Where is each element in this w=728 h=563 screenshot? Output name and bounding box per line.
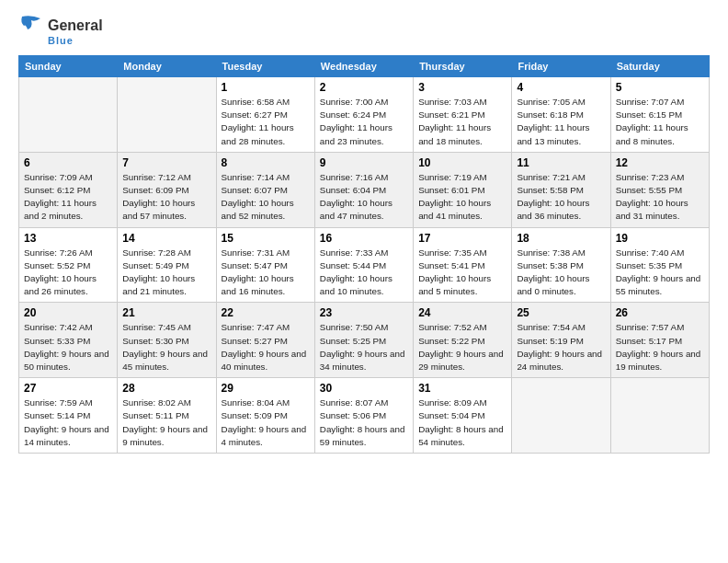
- calendar-cell-5-4: 30Sunrise: 8:07 AMSunset: 5:06 PMDayligh…: [314, 378, 413, 454]
- day-info: Sunrise: 8:07 AMSunset: 5:06 PMDaylight:…: [320, 396, 408, 449]
- calendar-table: SundayMondayTuesdayWednesdayThursdayFrid…: [18, 55, 710, 454]
- day-number: 4: [517, 81, 605, 94]
- day-number: 6: [24, 156, 112, 169]
- day-number: 2: [320, 81, 408, 94]
- calendar-cell-5-3: 29Sunrise: 8:04 AMSunset: 5:09 PMDayligh…: [216, 378, 314, 454]
- day-number: 20: [24, 306, 112, 319]
- calendar-cell-1-6: 4Sunrise: 7:05 AMSunset: 6:18 PMDaylight…: [512, 77, 610, 153]
- calendar-cell-4-2: 21Sunrise: 7:45 AMSunset: 5:30 PMDayligh…: [118, 303, 216, 378]
- calendar-cell-2-1: 6Sunrise: 7:09 AMSunset: 6:12 PMDaylight…: [19, 152, 118, 227]
- day-number: 5: [616, 81, 704, 94]
- day-info: Sunrise: 7:57 AMSunset: 5:17 PMDaylight:…: [616, 321, 704, 373]
- calendar-cell-4-6: 25Sunrise: 7:54 AMSunset: 5:19 PMDayligh…: [512, 303, 610, 378]
- calendar-cell-3-4: 16Sunrise: 7:33 AMSunset: 5:44 PMDayligh…: [314, 227, 413, 303]
- day-info: Sunrise: 7:33 AMSunset: 5:44 PMDaylight:…: [320, 247, 408, 299]
- calendar-cell-2-6: 11Sunrise: 7:21 AMSunset: 5:58 PMDayligh…: [512, 152, 610, 227]
- day-number: 11: [517, 156, 605, 169]
- header-row: SundayMondayTuesdayWednesdayThursdayFrid…: [19, 56, 710, 77]
- day-number: 22: [222, 306, 310, 319]
- col-header-saturday: Saturday: [610, 56, 709, 77]
- header: General Blue: [18, 15, 710, 46]
- day-info: Sunrise: 7:19 AMSunset: 6:01 PMDaylight:…: [418, 171, 506, 224]
- day-info: Sunrise: 7:16 AMSunset: 6:04 PMDaylight:…: [320, 171, 408, 224]
- day-number: 15: [222, 232, 310, 245]
- week-row-3: 13Sunrise: 7:26 AMSunset: 5:52 PMDayligh…: [19, 227, 710, 303]
- day-info: Sunrise: 7:14 AMSunset: 6:07 PMDaylight:…: [222, 171, 310, 224]
- day-info: Sunrise: 7:35 AMSunset: 5:41 PMDaylight:…: [418, 247, 506, 299]
- day-info: Sunrise: 8:02 AMSunset: 5:11 PMDaylight:…: [122, 396, 210, 449]
- day-info: Sunrise: 7:23 AMSunset: 5:55 PMDaylight:…: [616, 171, 704, 224]
- week-row-4: 20Sunrise: 7:42 AMSunset: 5:33 PMDayligh…: [19, 303, 710, 378]
- day-number: 31: [418, 382, 506, 395]
- day-number: 28: [122, 382, 210, 395]
- day-number: 9: [320, 156, 408, 169]
- day-number: 3: [418, 81, 506, 94]
- day-info: Sunrise: 7:03 AMSunset: 6:21 PMDaylight:…: [418, 96, 506, 148]
- calendar-cell-3-5: 17Sunrise: 7:35 AMSunset: 5:41 PMDayligh…: [414, 227, 512, 303]
- day-info: Sunrise: 7:38 AMSunset: 5:38 PMDaylight:…: [517, 247, 605, 299]
- day-info: Sunrise: 7:07 AMSunset: 6:15 PMDaylight:…: [616, 96, 704, 148]
- calendar-page: General Blue SundayMondayTuesdayWednesda…: [0, 0, 728, 563]
- calendar-cell-5-6: [512, 378, 610, 454]
- calendar-cell-2-4: 9Sunrise: 7:16 AMSunset: 6:04 PMDaylight…: [314, 152, 413, 227]
- day-number: 26: [616, 306, 704, 319]
- day-number: 7: [122, 156, 210, 169]
- week-row-2: 6Sunrise: 7:09 AMSunset: 6:12 PMDaylight…: [19, 152, 710, 227]
- day-info: Sunrise: 7:21 AMSunset: 5:58 PMDaylight:…: [517, 171, 605, 224]
- week-row-5: 27Sunrise: 7:59 AMSunset: 5:14 PMDayligh…: [19, 378, 710, 454]
- day-info: Sunrise: 7:54 AMSunset: 5:19 PMDaylight:…: [517, 321, 605, 373]
- day-info: Sunrise: 7:28 AMSunset: 5:49 PMDaylight:…: [122, 247, 210, 299]
- week-row-1: 1Sunrise: 6:58 AMSunset: 6:27 PMDaylight…: [19, 77, 710, 153]
- day-number: 23: [320, 306, 408, 319]
- day-number: 24: [418, 306, 506, 319]
- day-number: 10: [418, 156, 506, 169]
- calendar-cell-4-4: 23Sunrise: 7:50 AMSunset: 5:25 PMDayligh…: [314, 303, 413, 378]
- day-number: 27: [24, 382, 112, 395]
- calendar-cell-2-5: 10Sunrise: 7:19 AMSunset: 6:01 PMDayligh…: [414, 152, 512, 227]
- calendar-cell-5-7: [610, 378, 709, 454]
- calendar-cell-2-7: 12Sunrise: 7:23 AMSunset: 5:55 PMDayligh…: [610, 152, 709, 227]
- calendar-cell-1-5: 3Sunrise: 7:03 AMSunset: 6:21 PMDaylight…: [414, 77, 512, 153]
- calendar-cell-4-7: 26Sunrise: 7:57 AMSunset: 5:17 PMDayligh…: [610, 303, 709, 378]
- calendar-cell-5-1: 27Sunrise: 7:59 AMSunset: 5:14 PMDayligh…: [19, 378, 118, 454]
- day-number: 19: [616, 232, 704, 245]
- col-header-wednesday: Wednesday: [314, 56, 413, 77]
- day-number: 17: [418, 232, 506, 245]
- day-info: Sunrise: 7:59 AMSunset: 5:14 PMDaylight:…: [24, 396, 112, 449]
- day-info: Sunrise: 6:58 AMSunset: 6:27 PMDaylight:…: [222, 96, 310, 148]
- day-number: 21: [122, 306, 210, 319]
- day-number: 8: [222, 156, 310, 169]
- calendar-cell-5-5: 31Sunrise: 8:09 AMSunset: 5:04 PMDayligh…: [414, 378, 512, 454]
- day-number: 30: [320, 382, 408, 395]
- day-info: Sunrise: 7:45 AMSunset: 5:30 PMDaylight:…: [122, 321, 210, 373]
- col-header-sunday: Sunday: [19, 56, 118, 77]
- calendar-cell-4-3: 22Sunrise: 7:47 AMSunset: 5:27 PMDayligh…: [216, 303, 314, 378]
- day-info: Sunrise: 7:00 AMSunset: 6:24 PMDaylight:…: [320, 96, 408, 148]
- calendar-cell-5-2: 28Sunrise: 8:02 AMSunset: 5:11 PMDayligh…: [118, 378, 216, 454]
- calendar-cell-1-3: 1Sunrise: 6:58 AMSunset: 6:27 PMDaylight…: [216, 77, 314, 153]
- calendar-cell-4-5: 24Sunrise: 7:52 AMSunset: 5:22 PMDayligh…: [414, 303, 512, 378]
- day-info: Sunrise: 7:47 AMSunset: 5:27 PMDaylight:…: [222, 321, 310, 373]
- calendar-cell-2-3: 8Sunrise: 7:14 AMSunset: 6:07 PMDaylight…: [216, 152, 314, 227]
- calendar-cell-3-6: 18Sunrise: 7:38 AMSunset: 5:38 PMDayligh…: [512, 227, 610, 303]
- calendar-cell-2-2: 7Sunrise: 7:12 AMSunset: 6:09 PMDaylight…: [118, 152, 216, 227]
- day-info: Sunrise: 7:31 AMSunset: 5:47 PMDaylight:…: [222, 247, 310, 299]
- day-info: Sunrise: 8:04 AMSunset: 5:09 PMDaylight:…: [222, 396, 310, 449]
- logo-text: General: [48, 16, 103, 35]
- calendar-cell-1-1: [19, 77, 118, 153]
- day-number: 16: [320, 232, 408, 245]
- calendar-cell-1-4: 2Sunrise: 7:00 AMSunset: 6:24 PMDaylight…: [314, 77, 413, 153]
- calendar-cell-3-2: 14Sunrise: 7:28 AMSunset: 5:49 PMDayligh…: [118, 227, 216, 303]
- calendar-cell-3-7: 19Sunrise: 7:40 AMSunset: 5:35 PMDayligh…: [610, 227, 709, 303]
- day-number: 29: [222, 382, 310, 395]
- day-info: Sunrise: 7:40 AMSunset: 5:35 PMDaylight:…: [616, 247, 704, 299]
- day-number: 18: [517, 232, 605, 245]
- day-number: 12: [616, 156, 704, 169]
- calendar-cell-1-7: 5Sunrise: 7:07 AMSunset: 6:15 PMDaylight…: [610, 77, 709, 153]
- logo-tagline: Blue: [48, 35, 74, 46]
- calendar-cell-1-2: [118, 77, 216, 153]
- day-number: 25: [517, 306, 605, 319]
- day-number: 13: [24, 232, 112, 245]
- calendar-cell-4-1: 20Sunrise: 7:42 AMSunset: 5:33 PMDayligh…: [19, 303, 118, 378]
- day-info: Sunrise: 7:52 AMSunset: 5:22 PMDaylight:…: [418, 321, 506, 373]
